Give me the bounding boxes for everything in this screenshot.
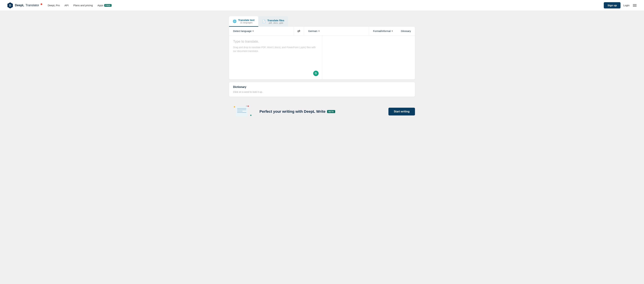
nav-deepl-pro[interactable]: DeepL Pro — [48, 4, 60, 7]
tabs-container: 🌐 Translate text 31 languages 📄 Translat… — [229, 16, 415, 27]
file-icon: 📄 — [262, 20, 266, 23]
logo-icon: D — [7, 2, 14, 9]
write-title: Perfect your writing with DeepL Write BE… — [260, 109, 382, 114]
apps-free-badge: FREE — [104, 4, 112, 7]
tab-translate-files-label: Translate files — [268, 19, 284, 22]
illus-line-3 — [237, 111, 242, 112]
formality-selector[interactable]: Formal/informal ▾ — [369, 27, 397, 35]
source-hint-text: Drag and drop to translate PDF, Word (.d… — [233, 46, 318, 53]
formality-chevron-icon: ▾ — [392, 30, 393, 32]
source-lang-chevron-icon: ▾ — [252, 30, 254, 32]
illus-dot-teal — [250, 114, 252, 116]
svg-text:D: D — [9, 4, 11, 7]
source-panel[interactable]: Type to translate. Drag and drop to tran… — [229, 36, 322, 80]
target-lang-chevron-icon: ▾ — [318, 30, 320, 32]
illus-line-1 — [237, 108, 246, 109]
illus-line-2 — [237, 110, 246, 110]
write-banner: @ Perfect your writing with DeepL Write … — [229, 105, 415, 118]
target-panel — [322, 36, 415, 80]
logo[interactable]: D DeepL Translator — [7, 2, 42, 9]
main-content: 🌐 Translate text 31 languages 📄 Translat… — [222, 11, 422, 128]
tab-translate-files-content: Translate files .pdf, .docx, .pptx — [268, 19, 284, 24]
formality-name: Formal/informal — [373, 30, 391, 32]
hamburger-line-2 — [633, 5, 636, 6]
tab-translate-text-sub: 31 languages — [238, 22, 254, 24]
swap-icon — [297, 30, 300, 33]
nav-api[interactable]: API — [64, 4, 69, 7]
svg-point-3 — [40, 4, 42, 5]
write-content: Perfect your writing with DeepL Write BE… — [260, 109, 382, 114]
tab-translate-text-label: Translate text — [238, 18, 254, 22]
tab-translate-text-content: Translate text 31 languages — [238, 18, 254, 24]
nav-apps-wrapper[interactable]: Apps FREE — [98, 4, 112, 7]
target-language-name: German — [308, 30, 317, 32]
illus-line-4 — [237, 112, 246, 113]
login-button[interactable]: Login — [623, 4, 630, 7]
translator-box: Detect language ▾ German ▾ Formal/inform… — [229, 27, 415, 80]
logo-deepl-text: DeepL — [15, 4, 24, 7]
illus-dot-red — [248, 106, 249, 107]
signup-button[interactable]: Sign up — [604, 2, 620, 8]
write-title-text: Perfect your writing with DeepL Write — [260, 109, 326, 114]
tab-translate-files[interactable]: 📄 Translate files .pdf, .docx, .pptx — [258, 16, 288, 27]
logo-checkmark-icon — [40, 4, 42, 5]
nav-links: DeepL Pro API Plans and pricing Apps FRE… — [48, 4, 598, 7]
illus-dot-yellow — [234, 106, 235, 108]
dictionary-title: Dictionary — [233, 86, 411, 88]
write-illustration: @ — [232, 105, 253, 118]
dictionary-hint: Click on a word to look it up. — [233, 90, 411, 93]
grammarly-icon[interactable]: G — [313, 71, 318, 76]
illus-paper — [236, 106, 248, 117]
start-writing-button[interactable]: Start writing — [388, 108, 415, 116]
header: D DeepL Translator DeepL Pro API Plans a… — [0, 0, 644, 11]
dictionary-section: Dictionary Click on a word to look it up… — [229, 82, 415, 97]
translation-panels: Type to translate. Drag and drop to tran… — [229, 36, 415, 80]
source-language-name: Detect language — [233, 30, 252, 32]
nav-apps[interactable]: Apps — [98, 4, 103, 7]
hamburger-menu-button[interactable] — [632, 4, 637, 7]
hamburger-line-1 — [633, 4, 636, 4]
source-placeholder-text: Type to translate. — [233, 40, 318, 44]
source-language-selector[interactable]: Detect language ▾ — [229, 27, 294, 35]
beta-badge: BETA — [327, 110, 335, 113]
glossary-button[interactable]: Glossary — [397, 27, 415, 35]
swap-languages-button[interactable] — [294, 27, 304, 35]
tab-translate-text[interactable]: 🌐 Translate text 31 languages — [229, 16, 258, 27]
grammarly-letter: G — [315, 72, 317, 75]
nav-plans-pricing[interactable]: Plans and pricing — [73, 4, 93, 7]
globe-icon: 🌐 — [233, 20, 236, 23]
tab-translate-files-sub: .pdf, .docx, .pptx — [268, 22, 284, 24]
hamburger-line-3 — [633, 6, 636, 6]
logo-translator-text: Translator — [26, 4, 39, 7]
language-bar: Detect language ▾ German ▾ Formal/inform… — [229, 27, 415, 36]
target-language-selector[interactable]: German ▾ — [304, 27, 369, 35]
header-actions: Sign up Login — [604, 2, 637, 8]
